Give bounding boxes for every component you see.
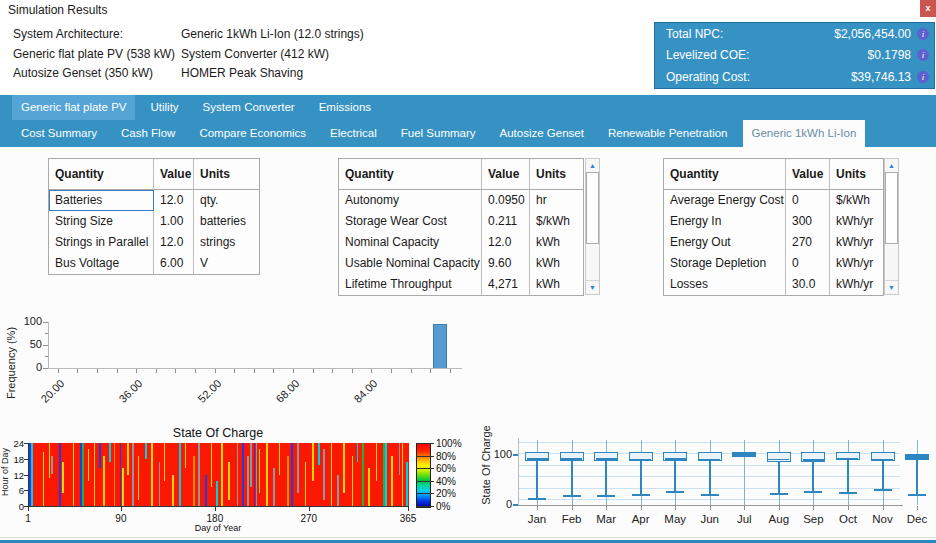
scroll-up-icon[interactable]: ▲ [885, 159, 898, 173]
tab-cost-summary[interactable]: Cost Summary [12, 120, 106, 147]
table-row[interactable]: Nominal Capacity12.0kWh [339, 232, 583, 253]
table-cell[interactable]: Energy Out [664, 232, 786, 253]
table-row[interactable]: Autonomy0.0950hr [339, 190, 583, 211]
table-cell[interactable]: kWh [530, 274, 583, 295]
table-cell[interactable]: kWh/yr [830, 274, 883, 295]
table-cell[interactable]: 0 [786, 190, 830, 211]
info-icon[interactable]: i [917, 71, 929, 83]
table-cell[interactable]: Storage Wear Cost [339, 211, 482, 232]
table-cell[interactable]: Batteries [49, 190, 154, 211]
table-row[interactable]: Energy In300kWh/yr [664, 211, 883, 232]
table-row[interactable]: Lifetime Throughput4,271kWh [339, 274, 583, 295]
info-icon[interactable]: i [917, 28, 929, 40]
column-header[interactable]: Quantity [339, 159, 482, 189]
table-row[interactable]: Losses30.0kWh/yr [664, 274, 883, 295]
y-tick-label: 18 [6, 454, 24, 465]
table-cell[interactable]: 6.00 [154, 253, 194, 274]
table-cell[interactable]: Autonomy [339, 190, 482, 211]
scrollbar-thumb[interactable] [586, 172, 599, 244]
scrollbar[interactable]: ▲ ▼ [585, 158, 600, 295]
tab-utility[interactable]: Utility [141, 95, 187, 120]
table-cell[interactable]: 0.211 [482, 211, 530, 232]
table-cell[interactable]: 300 [786, 211, 830, 232]
table-cell[interactable]: strings [194, 232, 259, 253]
tab-autosize-genset[interactable]: Autosize Genset [491, 120, 593, 147]
soc-frequency-histogram: Frequency (%) 05010020.0036.0052.0068.00… [0, 307, 470, 423]
scrollbar-thumb[interactable] [885, 172, 898, 244]
boxplot-whisker [916, 460, 918, 495]
column-header[interactable]: Value [154, 159, 194, 189]
table-cell[interactable]: Average Energy Cost [664, 190, 786, 211]
table-row[interactable]: Strings in Parallel12.0strings [49, 232, 259, 253]
table-cell[interactable]: kWh [530, 232, 583, 253]
heatmap-streak [318, 443, 320, 465]
table-row[interactable]: Usable Nominal Capacity9.60kWh [339, 253, 583, 274]
scroll-down-icon[interactable]: ▼ [586, 280, 599, 294]
table-cell[interactable]: Storage Depletion [664, 253, 786, 274]
table-cell[interactable]: 30.0 [786, 274, 830, 295]
table-cell[interactable]: 9.60 [482, 253, 530, 274]
table-row[interactable]: Storage Wear Cost0.211$/kWh [339, 211, 583, 232]
table-cell[interactable]: 1.00 [154, 211, 194, 232]
levelized-coe-row: Levelized COE: $0.1798 i [655, 45, 934, 67]
table-cell[interactable]: String Size [49, 211, 154, 232]
heatmap-plot [28, 443, 409, 507]
table-row[interactable]: Batteries12.0qty. [49, 190, 259, 211]
scrollbar[interactable]: ▲ ▼ [884, 158, 899, 295]
tab-generic-flat-plate-pv[interactable]: Generic flat plate PV [12, 95, 135, 120]
table-cell[interactable]: 0.0950 [482, 190, 530, 211]
info-icon[interactable]: i [917, 49, 929, 61]
table-cell[interactable]: Energy In [664, 211, 786, 232]
table-cell[interactable]: hr [530, 190, 583, 211]
scroll-up-icon[interactable]: ▲ [586, 159, 599, 173]
column-header[interactable]: Value [786, 159, 830, 189]
tab-system-converter[interactable]: System Converter [194, 95, 304, 120]
table-cell[interactable]: Bus Voltage [49, 253, 154, 274]
tab-renewable-penetration[interactable]: Renewable Penetration [599, 120, 737, 147]
table-cell[interactable]: Strings in Parallel [49, 232, 154, 253]
table-cell[interactable]: Usable Nominal Capacity [339, 253, 482, 274]
scroll-down-icon[interactable]: ▼ [885, 280, 898, 294]
column-header[interactable]: Units [194, 159, 259, 189]
table-cell[interactable]: 0 [786, 253, 830, 274]
table-row[interactable]: Bus Voltage6.00V [49, 253, 259, 274]
table-cell[interactable]: 4,271 [482, 274, 530, 295]
table-row[interactable]: Average Energy Cost0$/kWh [664, 190, 883, 211]
table-cell[interactable]: 12.0 [154, 232, 194, 253]
table-cell[interactable]: batteries [194, 211, 259, 232]
tab-cash-flow[interactable]: Cash Flow [112, 120, 184, 147]
table-cell[interactable]: kWh/yr [830, 232, 883, 253]
table-cell[interactable]: 12.0 [154, 190, 194, 211]
table-cell[interactable]: $/kWh [830, 190, 883, 211]
tab-electrical[interactable]: Electrical [321, 120, 386, 147]
table-cell[interactable]: kWh [530, 253, 583, 274]
table-cell[interactable]: Nominal Capacity [339, 232, 482, 253]
table-row[interactable]: Energy Out270kWh/yr [664, 232, 883, 253]
table-cell[interactable]: Losses [664, 274, 786, 295]
tab-compare-economics[interactable]: Compare Economics [190, 120, 315, 147]
x-tick [195, 369, 196, 373]
table-cell[interactable]: kWh/yr [830, 211, 883, 232]
table-cell[interactable]: qty. [194, 190, 259, 211]
y-tick-label: 24 [6, 438, 24, 449]
histogram-bar [433, 324, 446, 368]
battery-capacity-table: QuantityValueUnitsAutonomy0.0950hrStorag… [338, 158, 584, 296]
column-header[interactable]: Quantity [49, 159, 154, 189]
tab-fuel-summary[interactable]: Fuel Summary [392, 120, 485, 147]
column-header[interactable]: Units [530, 159, 583, 189]
table-row[interactable]: Storage Depletion0kWh/yr [664, 253, 883, 274]
column-header[interactable]: Units [830, 159, 883, 189]
column-header[interactable]: Quantity [664, 159, 786, 189]
table-cell[interactable]: 12.0 [482, 232, 530, 253]
boxplot-whisker-cap [804, 491, 822, 493]
table-cell[interactable]: 270 [786, 232, 830, 253]
table-cell[interactable]: kWh/yr [830, 253, 883, 274]
table-row[interactable]: String Size1.00batteries [49, 211, 259, 232]
tab-generic-1kwh-li-ion[interactable]: Generic 1kWh Li-Ion [743, 120, 866, 147]
table-cell[interactable]: Lifetime Throughput [339, 274, 482, 295]
close-icon[interactable]: x [920, 0, 936, 17]
table-cell[interactable]: $/kWh [530, 211, 583, 232]
table-cell[interactable]: V [194, 253, 259, 274]
column-header[interactable]: Value [482, 159, 530, 189]
tab-emissions[interactable]: Emissions [310, 95, 380, 120]
